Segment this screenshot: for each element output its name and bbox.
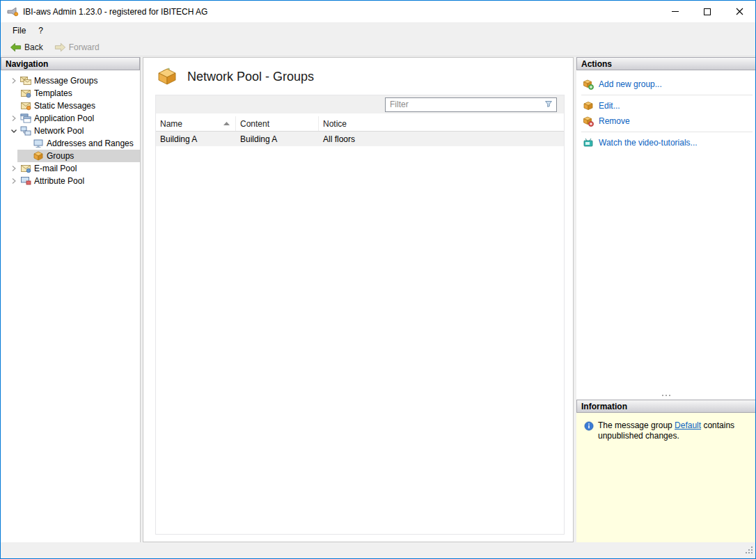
action-label: Watch the video-tutorials... (599, 138, 698, 148)
cell-notice: All floors (319, 134, 564, 144)
info-text-before: The message group (598, 420, 675, 430)
tree-item-label: Addresses and Ranges (47, 139, 134, 148)
title-bar: IBI-aws Admin 1.23.0 - registered for IB… (1, 1, 755, 22)
chevron-right-icon[interactable] (8, 75, 20, 86)
table-row[interactable]: Building A Building A All floors (156, 132, 564, 146)
info-icon (584, 421, 594, 431)
right-sidebar: Actions Add new group... Edit... Remove … (576, 57, 756, 542)
app-icon (6, 6, 19, 17)
add-group-icon (583, 79, 594, 90)
groups-icon (33, 150, 44, 162)
filter-funnel-icon[interactable] (544, 99, 553, 111)
back-arrow-icon (10, 42, 22, 53)
column-header-label: Name (160, 119, 182, 129)
close-icon (736, 8, 743, 15)
menu-file[interactable]: File (6, 24, 32, 38)
actions-separator (581, 132, 753, 132)
action-label: Remove (599, 116, 630, 126)
tree-item-label: Application Pool (34, 113, 94, 123)
information-message: The message group Default contains unpub… (598, 420, 736, 441)
resize-grip-icon[interactable] (744, 545, 753, 556)
close-button[interactable] (723, 1, 755, 22)
tree-item-message-groups[interactable]: Message Groups (1, 74, 140, 87)
sort-ascending-icon (223, 122, 230, 125)
email-pool-icon (20, 163, 31, 174)
forward-button-label: Forward (69, 42, 100, 52)
menu-help[interactable]: ? (32, 24, 49, 38)
action-label: Edit... (599, 101, 620, 111)
tree-item-label: Attribute Pool (34, 176, 84, 186)
tree-item-label: Static Messages (34, 101, 95, 111)
watch-video-tutorials-link[interactable]: Watch the video-tutorials... (576, 135, 756, 150)
maximize-button[interactable] (691, 1, 723, 22)
attribute-pool-icon (20, 175, 31, 187)
column-header-label: Content (240, 119, 269, 129)
forward-arrow-icon (54, 42, 66, 53)
expander-spacer (8, 100, 20, 111)
filter-strip (156, 95, 564, 113)
groups-table: Name Content Notice Building A Building … (156, 116, 564, 534)
actions-separator (581, 95, 753, 95)
panel-splitter-handle[interactable] (576, 391, 756, 400)
chevron-right-icon[interactable] (8, 175, 20, 187)
forward-button[interactable]: Forward (49, 40, 104, 54)
add-new-group-link[interactable]: Add new group... (576, 77, 756, 92)
tree-item-attribute-pool[interactable]: Attribute Pool (1, 175, 140, 187)
minimize-button[interactable] (659, 1, 691, 22)
column-header-name[interactable]: Name (156, 116, 236, 131)
remove-group-icon (583, 116, 594, 127)
menu-bar: File ? (1, 22, 755, 38)
templates-icon (20, 88, 31, 99)
tree-item-application-pool[interactable]: Application Pool (1, 112, 140, 125)
cell-name: Building A (156, 134, 236, 144)
network-pool-groups-icon (156, 66, 178, 88)
information-panel: The message group Default contains unpub… (576, 413, 756, 542)
navigation-tree: Message Groups Templates Static Messages… (1, 70, 140, 187)
column-header-content[interactable]: Content (236, 116, 319, 131)
information-panel-header: Information (576, 400, 756, 413)
window-title: IBI-aws Admin 1.23.0 - registered for IB… (23, 7, 207, 17)
expander-spacer (8, 88, 20, 99)
tree-item-label: Groups (47, 151, 74, 161)
column-header-notice[interactable]: Notice (319, 116, 564, 131)
chevron-right-icon[interactable] (8, 113, 20, 124)
tree-item-templates[interactable]: Templates (1, 87, 140, 100)
tree-item-label: Message Groups (34, 76, 97, 86)
column-header-label: Notice (323, 119, 347, 129)
main-header: Network Pool - Groups (143, 58, 573, 95)
tree-item-network-pool[interactable]: Network Pool (1, 125, 140, 137)
addresses-and-ranges-icon (33, 138, 44, 149)
navigation-panel-header: Navigation (1, 57, 140, 70)
chevron-down-icon[interactable] (8, 125, 20, 136)
application-pool-icon (20, 113, 31, 124)
static-messages-icon (20, 100, 31, 111)
back-button[interactable]: Back (5, 40, 48, 54)
minimize-icon (672, 11, 679, 12)
tree-item-groups[interactable]: Groups (1, 150, 140, 162)
edit-link[interactable]: Edit... (576, 98, 756, 113)
edit-group-icon (583, 100, 594, 111)
tree-item-label: Templates (34, 88, 72, 98)
tree-item-static-messages[interactable]: Static Messages (1, 100, 140, 112)
back-button-label: Back (24, 42, 43, 52)
actions-panel-header: Actions (576, 57, 756, 70)
navigation-toolbar: Back Forward (1, 38, 755, 56)
cell-content: Building A (236, 134, 319, 144)
default-group-link[interactable]: Default (675, 420, 701, 430)
network-pool-icon (20, 125, 31, 136)
tree-item-label: E-mail Pool (34, 164, 77, 173)
navigation-panel: Navigation Message Groups Templates Stat… (1, 57, 141, 542)
tree-item-addresses-and-ranges[interactable]: Addresses and Ranges (1, 137, 140, 150)
window-controls (659, 1, 755, 22)
status-bar (1, 543, 755, 558)
video-tutorials-icon (583, 137, 594, 148)
table-header-row: Name Content Notice (156, 116, 564, 132)
filter-input[interactable] (390, 100, 544, 109)
remove-link[interactable]: Remove (576, 113, 756, 129)
chevron-right-icon[interactable] (8, 163, 20, 174)
page-title: Network Pool - Groups (187, 70, 314, 84)
main-content-panel: Network Pool - Groups Name (143, 57, 574, 542)
tree-item-label: Network Pool (34, 126, 84, 136)
app-window: IBI-aws Admin 1.23.0 - registered for IB… (0, 0, 756, 559)
tree-item-email-pool[interactable]: E-mail Pool (1, 162, 140, 175)
